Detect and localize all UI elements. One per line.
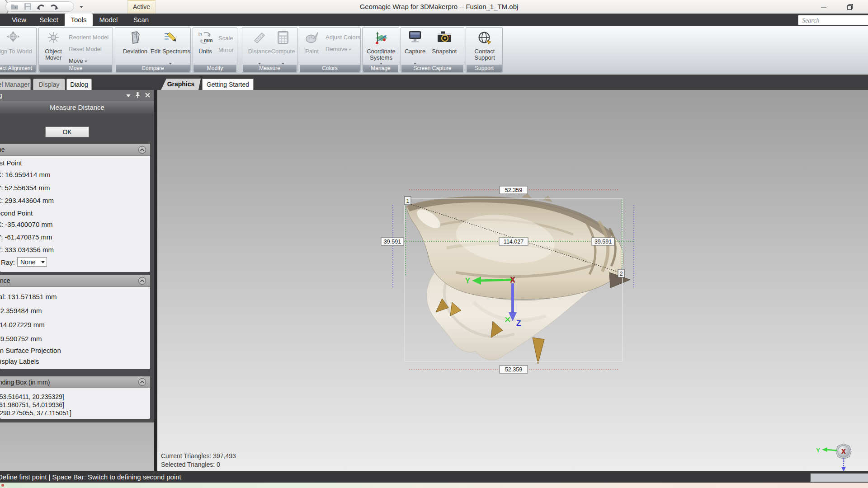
minimize-button[interactable] — [816, 2, 832, 12]
mini-axis-triad[interactable]: X Y Z — [816, 444, 851, 471]
deviation-icon — [129, 31, 142, 44]
restore-button[interactable] — [842, 2, 858, 12]
panel-tab-display[interactable]: Display — [33, 79, 65, 90]
dock-menu-icon[interactable] — [126, 94, 131, 97]
panel-tab-model-manager[interactable]: Model Manager — [0, 79, 31, 90]
display-labels-checkbox-label[interactable]: Display Labels — [0, 357, 39, 366]
svg-text:Y: Y — [816, 447, 820, 454]
quick-access-dropdown-icon[interactable] — [80, 6, 83, 8]
tab-scan[interactable]: Scan — [127, 14, 155, 26]
dock-tab-band: Model Manager Display Dialog Graphics Ge… — [0, 75, 868, 90]
distance-button[interactable]: Distance — [248, 28, 271, 66]
second-point-z: Z: 333.034356 mm — [0, 246, 54, 254]
search-box — [798, 15, 868, 25]
section-header-define[interactable]: Define — [0, 144, 150, 156]
second-point-y: Y: -61.470875 mm — [0, 233, 52, 241]
object-mover-icon — [47, 31, 60, 44]
first-point-z: Z: 293.443604 mm — [0, 197, 54, 205]
tab-model[interactable]: Model — [94, 14, 123, 26]
paint-button[interactable]: Paint — [301, 28, 323, 66]
adjust-colors-button[interactable]: Adjust Colors — [326, 33, 360, 42]
edit-spectrums-icon — [164, 31, 177, 44]
status-inset — [810, 473, 868, 482]
collapse-chevron-icon[interactable] — [138, 145, 146, 154]
selected-triangles: Selected Triangles: 0 — [161, 460, 236, 469]
viewport-tab-getting-started[interactable]: Getting Started — [202, 79, 254, 90]
ray-label: Ray: — [1, 258, 15, 267]
dock-empty-area — [0, 422, 154, 471]
capture-button[interactable]: Capture — [402, 28, 428, 66]
viewport-tab-graphics[interactable]: Graphics — [161, 79, 201, 90]
ray-dropdown[interactable]: None — [17, 257, 47, 267]
button-label: Move — [69, 57, 83, 64]
mirror-button[interactable]: Mirror — [218, 46, 234, 55]
paint-icon — [305, 31, 319, 44]
reorient-model-button[interactable]: Reorient Model — [69, 33, 108, 42]
measure-label-top: 52.359 — [500, 186, 528, 194]
surface-projection-checkbox-label[interactable]: On Surface Projection — [0, 347, 61, 355]
chevron-down-icon — [41, 261, 45, 263]
chevron-down-icon — [349, 49, 351, 51]
ok-button[interactable]: OK — [45, 127, 89, 137]
snapshot-button[interactable]: Snapshot — [429, 28, 459, 66]
tab-tools[interactable]: Tools — [65, 14, 93, 26]
svg-text:52.359: 52.359 — [505, 366, 522, 373]
undo-icon[interactable] — [36, 3, 45, 10]
ribbon-group-colors: Paint Adjust Colors Remove Colors — [299, 27, 361, 73]
group-label-colors: Colors — [300, 65, 360, 72]
redo-icon[interactable] — [50, 3, 59, 10]
first-point-y: Y: 52.556354 mm — [0, 184, 50, 192]
group-label-compare: Compare — [116, 65, 190, 72]
distance-icon — [253, 31, 266, 44]
bbox-y-range: Y: [-61.980751, 54.019936] — [0, 401, 64, 409]
button-label: Snapshot — [427, 48, 462, 55]
distance-z: Z: 39.590752 mm — [0, 335, 42, 343]
ribbon-tab-strip: View Select Tools Model Scan — [0, 14, 868, 26]
close-icon[interactable] — [145, 92, 151, 98]
search-input[interactable] — [801, 16, 862, 25]
tab-view[interactable]: View — [6, 14, 32, 26]
ribbon-group-manage: Coordinate Systems Manage — [362, 27, 399, 73]
button-label: Paint — [298, 48, 326, 55]
window-title: Geomagic Wrap for 3DMakerpro -- Fusion_1… — [360, 3, 519, 10]
compute-icon — [277, 31, 289, 44]
dialog-panel: Dialog Measure Distance OK Define First … — [0, 90, 157, 471]
align-to-world-icon — [6, 31, 20, 44]
button-label: Coordinate Systems — [363, 48, 400, 61]
svg-text:mm: mm — [204, 38, 213, 43]
svg-text:39.591: 39.591 — [384, 239, 401, 245]
first-point-x: X: 16.959414 mm — [0, 171, 50, 179]
scale-button[interactable]: Scale — [218, 34, 233, 43]
object-mover-button[interactable]: Object Mover — [40, 28, 67, 66]
group-label-manage: Manage — [363, 65, 398, 72]
align-to-world-button[interactable]: Align To World — [0, 28, 29, 66]
reset-model-button[interactable]: Reset Model — [69, 45, 102, 54]
button-label: Contact Support — [466, 48, 503, 61]
coordinate-systems-button[interactable]: Coordinate Systems — [365, 28, 397, 66]
tab-select[interactable]: Select — [35, 14, 62, 26]
svg-text:in: in — [198, 32, 202, 37]
save-icon[interactable] — [24, 3, 32, 10]
remove-button[interactable]: Remove — [326, 45, 351, 54]
compute-button[interactable]: Compute — [270, 28, 296, 66]
panel-tab-dialog[interactable]: Dialog — [66, 79, 92, 90]
title-bar: Active Geomagic Wrap for 3DMakerpro -- F… — [0, 0, 868, 14]
ray-value: None — [20, 258, 35, 266]
section-header-distance[interactable]: Distance — [0, 275, 150, 287]
move-button[interactable]: Move — [69, 56, 87, 66]
shell-model — [406, 193, 630, 364]
import-icon[interactable] — [10, 3, 19, 10]
second-point-x: X: -35.400070 mm — [0, 221, 52, 229]
contact-support-button[interactable]: Contact Support — [469, 28, 500, 66]
group-label-object-alignment: Object Alignment — [0, 65, 36, 72]
button-label: Units — [191, 48, 219, 55]
deviation-button[interactable]: Deviation — [120, 28, 151, 66]
units-button[interactable]: inmm Units — [194, 28, 217, 66]
collapse-chevron-icon[interactable] — [138, 378, 146, 386]
ribbon-group-screen-capture: Capture Snapshot Screen Capture — [401, 27, 464, 73]
collapse-chevron-icon[interactable] — [138, 277, 146, 285]
pin-icon[interactable] — [135, 92, 141, 99]
section-header-bounding-box[interactable]: Bounding Box (in mm) — [0, 376, 150, 388]
edit-spectrums-button[interactable]: Edit Spectrums — [152, 28, 189, 66]
graphics-canvas[interactable]: Y X Z 52.359 — [157, 90, 868, 471]
